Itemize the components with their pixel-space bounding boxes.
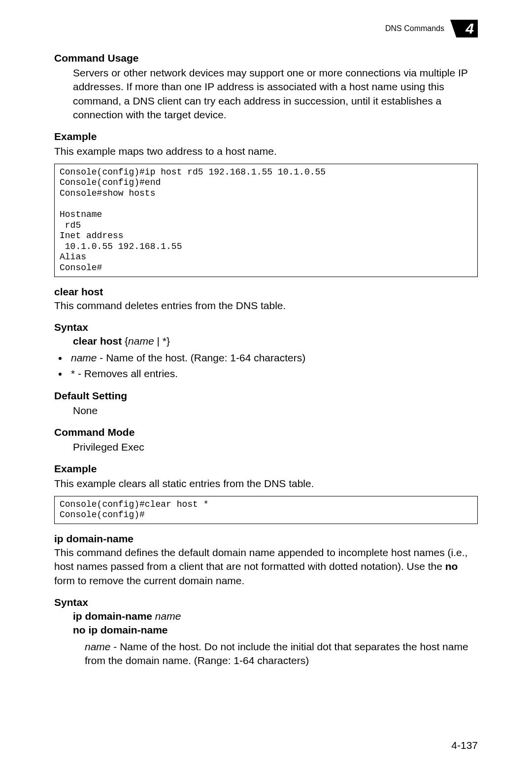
bullet-term-1: * (71, 368, 75, 379)
heading-default-setting: Default Setting (54, 390, 478, 402)
syntax-open: { (122, 335, 128, 347)
chapter-badge: 4 (450, 20, 478, 37)
heading-example-2: Example (54, 463, 478, 475)
example-2-intro: This example clears all static entries f… (54, 477, 478, 491)
page-header: DNS Commands 4 (54, 20, 478, 37)
example-1-intro: This example maps two address to a host … (54, 144, 478, 158)
ip-domain-param: name - Name of the host. Do not include … (85, 640, 478, 668)
heading-command-usage: Command Usage (54, 52, 478, 64)
bullet-star: * - Removes all entries. (68, 367, 478, 381)
clear-host-bullets: name - Name of the host. (Range: 1-64 ch… (54, 351, 478, 381)
bullet-desc-0: - Name of the host. (Range: 1-64 charact… (97, 352, 306, 363)
example-1-code: Console(config)#ip host rd5 192.168.1.55… (54, 164, 478, 277)
ip-domain-name-desc: This command defines the default domain … (54, 546, 478, 588)
bullet-term-0: name (71, 352, 97, 363)
cmd-title-clear-host: clear host (54, 286, 478, 298)
cmd-title-ip-domain-name: ip domain-name (54, 533, 478, 545)
clear-host-syntax: clear host {name | *} (73, 335, 478, 347)
example-2-code: Console(config)#clear host * Console(con… (54, 496, 478, 524)
syntax-cmd1-bold: ip domain-name (73, 610, 152, 622)
default-setting-value: None (73, 404, 478, 418)
command-mode-value: Privileged Exec (73, 440, 478, 454)
chapter-number: 4 (466, 21, 474, 36)
ip-domain-syntax-2: no ip domain-name (73, 624, 478, 636)
param-term: name (85, 641, 111, 652)
desc-pre: This command defines the default domain … (54, 547, 467, 572)
heading-syntax-clear-host: Syntax (54, 321, 478, 333)
heading-command-mode: Command Mode (54, 426, 478, 438)
syntax-cmd1-ital: name (152, 610, 181, 622)
heading-syntax-ip-domain: Syntax (54, 597, 478, 608)
page-content: DNS Commands 4 Command Usage Servers or … (0, 0, 532, 668)
syntax-cmd2: no ip domain-name (73, 624, 168, 635)
syntax-name: name (128, 335, 154, 347)
param-desc: - Name of the host. Do not include the i… (85, 641, 468, 666)
syntax-cmd: clear host (73, 335, 122, 347)
bullet-name: name - Name of the host. (Range: 1-64 ch… (68, 351, 478, 365)
syntax-rest: | *} (154, 335, 170, 347)
ip-domain-syntax-1: ip domain-name name (73, 610, 478, 622)
header-title: DNS Commands (385, 24, 444, 33)
desc-post: form to remove the current domain name. (54, 575, 244, 586)
page-number: 4-137 (451, 739, 478, 751)
heading-example-1: Example (54, 131, 478, 142)
desc-bold: no (445, 561, 458, 572)
clear-host-desc: This command deletes entries from the DN… (54, 299, 478, 313)
command-usage-body: Servers or other network devices may sup… (73, 66, 478, 122)
bullet-desc-1: - Removes all entries. (75, 368, 178, 379)
